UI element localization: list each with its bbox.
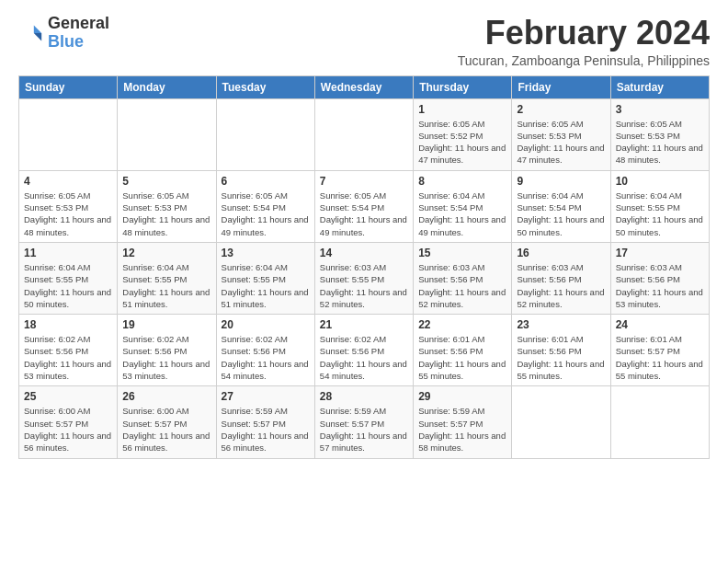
day-number: 24 — [616, 318, 704, 331]
calendar-cell: 3Sunrise: 6:05 AMSunset: 5:53 PMDaylight… — [610, 98, 709, 170]
day-number: 21 — [320, 318, 408, 331]
day-number: 15 — [418, 247, 506, 259]
calendar-cell: 19Sunrise: 6:02 AMSunset: 5:56 PMDayligh… — [118, 315, 216, 386]
calendar-cell — [512, 386, 610, 458]
day-detail: Sunrise: 6:05 AMSunset: 5:53 PMDaylight:… — [616, 118, 704, 167]
day-detail: Sunrise: 6:01 AMSunset: 5:56 PMDaylight:… — [418, 333, 506, 382]
calendar-cell: 7Sunrise: 6:05 AMSunset: 5:54 PMDaylight… — [314, 170, 413, 242]
calendar-cell: 4Sunrise: 6:05 AMSunset: 5:53 PMDaylight… — [19, 170, 118, 242]
day-number: 1 — [418, 103, 506, 116]
calendar-cell: 13Sunrise: 6:04 AMSunset: 5:55 PMDayligh… — [216, 242, 314, 314]
calendar-cell: 25Sunrise: 6:00 AMSunset: 5:57 PMDayligh… — [19, 386, 118, 458]
header: General Blue February 2024 Tucuran, Zamb… — [18, 15, 710, 68]
calendar-cell: 1Sunrise: 6:05 AMSunset: 5:52 PMDaylight… — [414, 98, 512, 170]
calendar-cell — [610, 386, 709, 458]
day-detail: Sunrise: 6:04 AMSunset: 5:55 PMDaylight:… — [122, 261, 210, 310]
calendar-cell: 21Sunrise: 6:02 AMSunset: 5:56 PMDayligh… — [314, 315, 413, 386]
day-number: 11 — [24, 247, 112, 259]
calendar-cell: 11Sunrise: 6:04 AMSunset: 5:55 PMDayligh… — [19, 242, 118, 314]
day-detail: Sunrise: 6:04 AMSunset: 5:55 PMDaylight:… — [222, 261, 310, 310]
title-area: February 2024 Tucuran, Zamboanga Peninsu… — [458, 15, 710, 68]
day-number: 14 — [320, 247, 408, 259]
day-number: 23 — [517, 318, 605, 331]
day-number: 20 — [222, 318, 310, 331]
day-detail: Sunrise: 6:04 AMSunset: 5:55 PMDaylight:… — [616, 190, 704, 238]
calendar-cell: 27Sunrise: 5:59 AMSunset: 5:57 PMDayligh… — [216, 386, 314, 458]
svg-marker-1 — [34, 33, 41, 40]
calendar-cell: 8Sunrise: 6:04 AMSunset: 5:54 PMDaylight… — [414, 170, 512, 242]
calendar-cell: 29Sunrise: 5:59 AMSunset: 5:57 PMDayligh… — [414, 386, 512, 458]
day-detail: Sunrise: 6:01 AMSunset: 5:57 PMDaylight:… — [616, 333, 704, 382]
calendar-cell — [118, 98, 216, 170]
day-number: 18 — [24, 318, 112, 331]
column-header-tuesday: Tuesday — [216, 75, 314, 98]
day-detail: Sunrise: 6:04 AMSunset: 5:55 PMDaylight:… — [24, 261, 112, 310]
calendar-header-row: SundayMondayTuesdayWednesdayThursdayFrid… — [19, 75, 710, 98]
day-number: 12 — [122, 247, 210, 259]
day-number: 5 — [122, 175, 210, 188]
day-detail: Sunrise: 6:05 AMSunset: 5:53 PMDaylight:… — [122, 190, 210, 238]
day-detail: Sunrise: 6:05 AMSunset: 5:54 PMDaylight:… — [222, 190, 310, 238]
column-header-friday: Friday — [512, 75, 610, 98]
day-number: 3 — [616, 103, 704, 116]
day-number: 2 — [517, 103, 605, 116]
calendar-cell: 22Sunrise: 6:01 AMSunset: 5:56 PMDayligh… — [414, 315, 512, 386]
day-detail: Sunrise: 5:59 AMSunset: 5:57 PMDaylight:… — [418, 405, 506, 454]
calendar-cell: 5Sunrise: 6:05 AMSunset: 5:53 PMDaylight… — [118, 170, 216, 242]
day-detail: Sunrise: 6:03 AMSunset: 5:56 PMDaylight:… — [616, 261, 704, 310]
day-detail: Sunrise: 6:00 AMSunset: 5:57 PMDaylight:… — [24, 405, 112, 454]
day-number: 25 — [24, 390, 112, 403]
day-number: 29 — [418, 390, 506, 403]
day-number: 4 — [24, 175, 112, 188]
calendar-body: 1Sunrise: 6:05 AMSunset: 5:52 PMDaylight… — [19, 98, 710, 458]
day-detail: Sunrise: 6:04 AMSunset: 5:54 PMDaylight:… — [418, 190, 506, 238]
day-detail: Sunrise: 6:04 AMSunset: 5:54 PMDaylight:… — [517, 190, 605, 238]
calendar-cell: 9Sunrise: 6:04 AMSunset: 5:54 PMDaylight… — [512, 170, 610, 242]
day-detail: Sunrise: 6:00 AMSunset: 5:57 PMDaylight:… — [122, 405, 210, 454]
calendar-table: SundayMondayTuesdayWednesdayThursdayFrid… — [18, 75, 710, 459]
calendar-cell: 2Sunrise: 6:05 AMSunset: 5:53 PMDaylight… — [512, 98, 610, 170]
calendar-cell: 17Sunrise: 6:03 AMSunset: 5:56 PMDayligh… — [610, 242, 709, 314]
day-number: 6 — [222, 175, 310, 188]
calendar-cell: 12Sunrise: 6:04 AMSunset: 5:55 PMDayligh… — [118, 242, 216, 314]
day-number: 7 — [320, 175, 408, 188]
calendar-cell: 24Sunrise: 6:01 AMSunset: 5:57 PMDayligh… — [610, 315, 709, 386]
day-detail: Sunrise: 6:03 AMSunset: 5:56 PMDaylight:… — [517, 261, 605, 310]
day-detail: Sunrise: 6:01 AMSunset: 5:56 PMDaylight:… — [517, 333, 605, 382]
calendar-week-4: 18Sunrise: 6:02 AMSunset: 5:56 PMDayligh… — [19, 315, 710, 386]
calendar-cell: 23Sunrise: 6:01 AMSunset: 5:56 PMDayligh… — [512, 315, 610, 386]
day-number: 10 — [616, 175, 704, 188]
calendar-cell: 14Sunrise: 6:03 AMSunset: 5:55 PMDayligh… — [314, 242, 413, 314]
day-number: 17 — [616, 247, 704, 259]
column-header-thursday: Thursday — [414, 75, 512, 98]
day-detail: Sunrise: 6:05 AMSunset: 5:53 PMDaylight:… — [517, 118, 605, 167]
calendar-cell: 18Sunrise: 6:02 AMSunset: 5:56 PMDayligh… — [19, 315, 118, 386]
day-detail: Sunrise: 6:05 AMSunset: 5:54 PMDaylight:… — [320, 190, 408, 238]
day-number: 13 — [222, 247, 310, 259]
month-title: February 2024 — [458, 15, 710, 52]
column-header-saturday: Saturday — [610, 75, 709, 98]
calendar-cell — [314, 98, 413, 170]
svg-marker-0 — [34, 25, 41, 32]
day-detail: Sunrise: 6:03 AMSunset: 5:56 PMDaylight:… — [418, 261, 506, 310]
day-detail: Sunrise: 6:02 AMSunset: 5:56 PMDaylight:… — [122, 333, 210, 382]
day-number: 22 — [418, 318, 506, 331]
calendar-cell: 10Sunrise: 6:04 AMSunset: 5:55 PMDayligh… — [610, 170, 709, 242]
logo-text: General Blue — [48, 15, 109, 52]
day-detail: Sunrise: 5:59 AMSunset: 5:57 PMDaylight:… — [222, 405, 310, 454]
column-header-wednesday: Wednesday — [314, 75, 413, 98]
calendar-cell: 6Sunrise: 6:05 AMSunset: 5:54 PMDaylight… — [216, 170, 314, 242]
logo: General Blue — [18, 15, 109, 52]
day-detail: Sunrise: 6:02 AMSunset: 5:56 PMDaylight:… — [24, 333, 112, 382]
calendar-week-5: 25Sunrise: 6:00 AMSunset: 5:57 PMDayligh… — [19, 386, 710, 458]
day-detail: Sunrise: 6:03 AMSunset: 5:55 PMDaylight:… — [320, 261, 408, 310]
day-detail: Sunrise: 6:02 AMSunset: 5:56 PMDaylight:… — [320, 333, 408, 382]
calendar-cell: 26Sunrise: 6:00 AMSunset: 5:57 PMDayligh… — [118, 386, 216, 458]
day-detail: Sunrise: 5:59 AMSunset: 5:57 PMDaylight:… — [320, 405, 408, 454]
calendar-cell: 20Sunrise: 6:02 AMSunset: 5:56 PMDayligh… — [216, 315, 314, 386]
day-number: 16 — [517, 247, 605, 259]
calendar-cell: 28Sunrise: 5:59 AMSunset: 5:57 PMDayligh… — [314, 386, 413, 458]
calendar-cell — [19, 98, 118, 170]
day-detail: Sunrise: 6:02 AMSunset: 5:56 PMDaylight:… — [222, 333, 310, 382]
day-detail: Sunrise: 6:05 AMSunset: 5:52 PMDaylight:… — [418, 118, 506, 167]
